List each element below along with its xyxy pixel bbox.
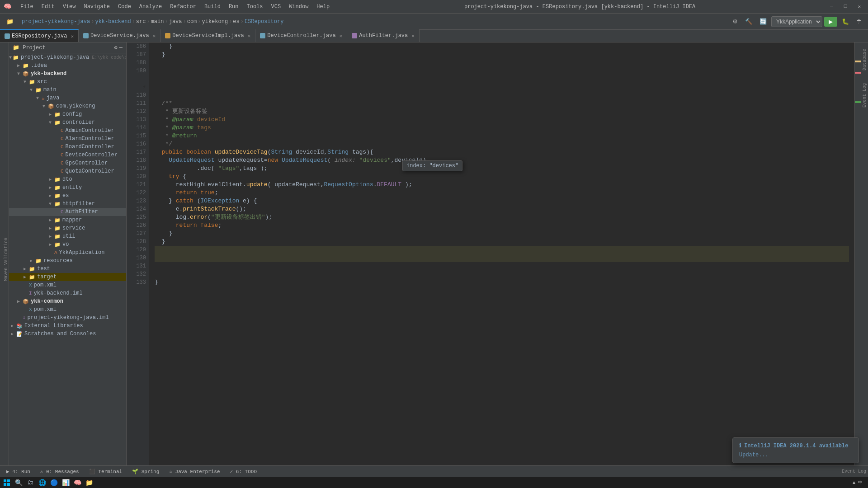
close-button[interactable]: ✕ [854,3,864,10]
terminal-tab[interactable]: ⬛ Terminal [85,468,127,475]
tree-item-entity[interactable]: ▶ 📁 entity [9,183,126,192]
tree-item-admincontroller[interactable]: C AdminController [9,127,126,135]
sync-button[interactable]: 🔄 [757,16,769,27]
tree-item-config[interactable]: ▶ 📁 config [9,110,126,118]
tree-item-test[interactable]: ▶ 📁 test [9,265,126,273]
menu-view[interactable]: View [59,3,80,11]
tree-item-ykk-backend-iml[interactable]: I ykk-backend.iml [9,289,126,297]
code-content[interactable]: } } /** * 更新设备标签 * @param deviceId * @pa… [149,42,854,465]
event-log-status[interactable]: Event Log [842,469,866,474]
sidebar-settings-icon[interactable]: ⚙ [114,44,118,51]
tree-item-quotacontroller[interactable]: C QuotaController [9,167,126,175]
explorer-icon[interactable]: 📁 [84,478,94,488]
menu-navigate[interactable]: Navigate [80,3,113,11]
tree-item-mapper[interactable]: ▶ 📁 mapper [9,216,126,224]
messages-tab[interactable]: ⚠ 0: Messages [36,468,84,475]
tree-item-vo[interactable]: ▶ 📁 vo [9,240,126,249]
java-enterprise-tab[interactable]: ☕ Java Enterprise [165,468,224,475]
tree-item-util[interactable]: ▶ 📁 util [9,232,126,240]
office-icon[interactable]: 📊 [61,478,71,488]
tab-authfilter[interactable]: AuthFilter.java ✕ [347,29,420,42]
run-tab[interactable]: ▶ 4: Run [2,468,35,475]
sidebar-collapse-icon[interactable]: — [119,45,123,51]
menu-analyze[interactable]: Analyze [136,3,165,11]
coverage-button[interactable]: ☂ [854,16,864,27]
tree-item-authfilter[interactable]: C AuthFilter [9,208,126,216]
tree-item-service[interactable]: ▶ 📁 service [9,224,126,232]
tree-item-com-yikekong[interactable]: ▼ 📦 com.yikekong [9,102,126,110]
tab-close-icon[interactable]: ✕ [411,33,415,39]
tree-item-pom-xml[interactable]: X pom.xml [9,281,126,289]
tab-devicecontroller[interactable]: DeviceController.java ✕ [255,29,347,42]
tab-deviceserviceimpl[interactable]: DeviceServiceImpl.java ✕ [160,29,255,42]
settings-button[interactable]: ⚙ [730,16,741,27]
breadcrumb-main[interactable]: main [151,19,164,25]
tab-esrepository[interactable]: ESRepository.java ✕ [0,29,79,42]
debug-button[interactable]: 🐛 [839,16,852,27]
tree-item-scratches[interactable]: ▶ 📝 Scratches and Consoles [9,330,126,338]
todo-tab[interactable]: ✓ 6: TODO [226,468,261,475]
menu-tools[interactable]: Tools [243,3,267,11]
build-button[interactable]: 🔨 [742,16,755,27]
tree-item-pom2[interactable]: X pom.xml [9,305,126,314]
spring-tab[interactable]: 🌱 Spring [127,468,164,475]
search-taskbar-icon[interactable]: 🔍 [14,478,24,488]
menu-refactor[interactable]: Refactor [166,3,200,11]
breadcrumb-es[interactable]: es [233,19,239,25]
tree-item-src[interactable]: ▼ 📁 src [9,78,126,86]
minimize-button[interactable]: ─ [826,3,837,10]
code-editor[interactable]: 186 187 188 189 ⚡ 110 111 112 113 114 11… [127,42,861,465]
tree-item-idea[interactable]: ▶ 📁 .idea [9,61,126,70]
menu-window[interactable]: Window [285,3,312,11]
tree-item-main[interactable]: ▼ 📁 main [9,86,126,94]
chrome-icon[interactable]: 🔵 [49,478,59,488]
tree-item-es[interactable]: ▶ 📁 es [9,192,126,200]
tab-close-icon[interactable]: ✕ [71,33,74,39]
tree-item-ykk-common[interactable]: ▶ 📦 ykk-common [9,297,126,305]
update-link[interactable]: Update... [739,452,769,458]
menu-bar[interactable]: File Edit View Navigate Code Analyze Ref… [17,3,333,11]
menu-edit[interactable]: Edit [38,3,58,11]
database-panel-label[interactable]: Database [861,47,868,72]
event-log-label[interactable]: Event Log [861,81,868,109]
menu-vcs[interactable]: VCS [268,3,285,11]
menu-build[interactable]: Build [201,3,224,11]
tree-item-target[interactable]: ▶ 📁 target [9,273,126,281]
window-controls[interactable]: ─ □ ✕ [826,3,864,10]
breadcrumb-src[interactable]: src [136,19,146,25]
tree-item-resources[interactable]: ▶ 📁 resources [9,257,126,265]
menu-code[interactable]: Code [114,3,135,11]
tree-item-ykk-backend[interactable]: ▼ 📦 ykk-backend [9,70,126,78]
tree-item-httpfilter[interactable]: ▼ 📁 httpfilter [9,200,126,208]
maximize-button[interactable]: □ [840,3,851,10]
breadcrumb-java[interactable]: java [169,19,182,25]
tree-item-project-iml[interactable]: I project-yikekong-java.iml [9,314,126,322]
breadcrumb-com[interactable]: com [187,19,197,25]
tree-item-controller[interactable]: ▼ 📁 controller [9,118,126,127]
run-button[interactable]: ▶ [824,17,837,27]
menu-help[interactable]: Help [313,3,333,11]
tree-item-ykkapplication[interactable]: A YkkApplication [9,249,126,257]
tree-item-gpscontroller[interactable]: C GpsController [9,159,126,167]
breadcrumb-project[interactable]: project-yikekong-java [22,19,90,25]
tree-item-boardcontroller[interactable]: C BoardController [9,143,126,151]
project-folder-button[interactable]: 📁 [4,16,16,27]
menu-run[interactable]: Run [225,3,242,11]
tree-item-external-libs[interactable]: ▶ 📚 External Libraries [9,322,126,330]
breadcrumb-file[interactable]: ESRepository [245,19,283,25]
tree-item-dto[interactable]: ▶ 📁 dto [9,175,126,183]
tree-item-project[interactable]: ▼ 📁 project-yikekong-java E:\ykk_code\pr… [9,53,126,61]
tree-item-devicecontroller[interactable]: C DeviceController [9,151,126,159]
run-config-select[interactable]: YkkApplication [771,16,822,27]
edge-icon[interactable]: 🌐 [37,478,47,488]
intellij-icon[interactable]: 🧠 [72,478,82,488]
breadcrumb-yikekong[interactable]: yikekong [202,19,228,25]
tab-close-icon[interactable]: ✕ [340,33,343,39]
windows-start-button[interactable] [2,478,12,488]
tab-close-icon[interactable]: ✕ [248,33,251,39]
task-view-icon[interactable]: 🗂 [25,478,35,488]
tab-deviceservice[interactable]: DeviceService.java ✕ [79,29,160,42]
tree-item-alarmcontroller[interactable]: C AlarmController [9,135,126,143]
tab-close-icon[interactable]: ✕ [153,33,156,39]
breadcrumb-module[interactable]: ykk-backend [95,19,131,25]
